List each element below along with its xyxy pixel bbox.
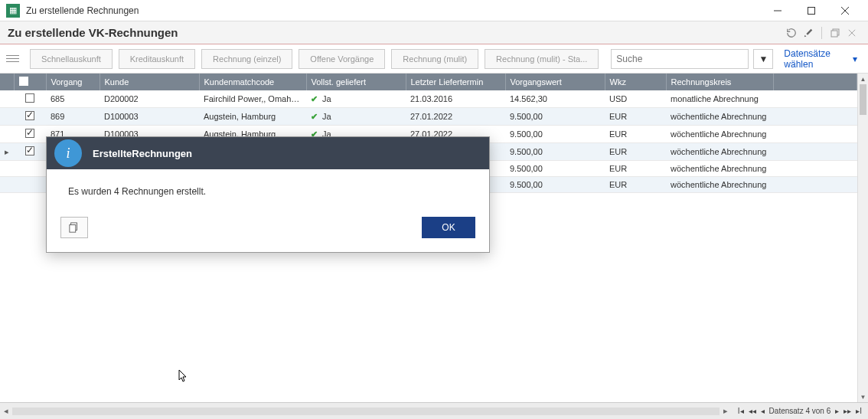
cell-voll: ✔Ja <box>306 90 406 108</box>
offene-vorgaenge-button[interactable]: Offene Vorgänge <box>299 49 385 69</box>
info-dialog: i ErstellteRechnungen Es wurden 4 Rechnu… <box>46 136 490 253</box>
scroll-up-icon[interactable]: ▲ <box>858 74 868 84</box>
cell-wkz: EUR <box>605 177 666 193</box>
svg-rect-1 <box>808 7 815 14</box>
vertical-scrollbar[interactable]: ▲ ▼ <box>857 74 868 402</box>
refresh-icon[interactable] <box>783 25 800 41</box>
cell-wkz: EUR <box>605 126 666 143</box>
page-header: Zu erstellende VK-Rechnungen <box>0 21 868 44</box>
cell-kunde: D100003 <box>100 108 199 126</box>
record-indicator: Datensatz 4 von 6 <box>768 407 833 415</box>
kreditauskunft-button[interactable]: Kreditauskunft <box>119 49 195 69</box>
rechnung-einzel-button[interactable]: Rechnung (einzel) <box>201 49 292 69</box>
page-title: Zu erstellende VK-Rechnungen <box>8 26 783 39</box>
window-title: Zu erstellende Rechnungen <box>26 5 761 16</box>
cell-kreis: wöchentliche Abrechnung <box>666 143 773 161</box>
cell-wert: 14.562,30 <box>505 90 605 108</box>
cell-wert: 9.500,00 <box>505 126 605 143</box>
col-wert[interactable]: Vorgangswert <box>505 74 605 90</box>
scroll-down-icon[interactable]: ▼ <box>858 391 868 402</box>
row-indicator <box>0 90 14 108</box>
nav-prev-icon[interactable]: ◂ <box>759 407 766 415</box>
nav-next-page-icon[interactable]: ▸▸ <box>842 407 853 415</box>
svg-rect-5 <box>831 31 837 37</box>
cell-kunde: D200002 <box>100 90 199 108</box>
row-indicator: ▸ <box>0 143 14 161</box>
col-kunde[interactable]: Kunde <box>100 74 199 90</box>
window-maximize-button[interactable] <box>795 0 828 21</box>
col-kreis[interactable]: Rechnungskreis <box>666 74 773 90</box>
svg-rect-9 <box>70 225 76 233</box>
settings-icon[interactable] <box>800 25 817 41</box>
rechnung-multi-button[interactable]: Rechnung (mulit) <box>391 49 478 69</box>
cell-kreis: wöchentliche Abrechnung <box>666 161 773 177</box>
dialog-title: ErstellteRechnungen <box>93 148 192 159</box>
cell-wert: 9.500,00 <box>505 108 605 126</box>
col-termin[interactable]: Letzter Liefertermin <box>406 74 505 90</box>
copy-button[interactable] <box>60 217 88 238</box>
cell-wert: 9.500,00 <box>505 143 605 161</box>
toolbar: Schnellauskunft Kreditauskunft Rechnung … <box>0 44 868 74</box>
close-tab-icon[interactable] <box>844 25 860 41</box>
row-checkbox[interactable] <box>25 129 34 138</box>
cell-kreis: wöchentliche Abrechnung <box>666 108 773 126</box>
window-minimize-button[interactable] <box>761 0 795 21</box>
cursor-icon <box>175 369 188 388</box>
check-icon: ✔ <box>311 112 318 121</box>
col-voll[interactable]: Vollst. geliefert <box>306 74 406 90</box>
row-indicator <box>0 126 14 143</box>
info-icon: i <box>54 139 82 167</box>
cell-wkz: EUR <box>605 108 666 126</box>
nav-first-icon[interactable]: I◂ <box>736 407 746 415</box>
window-titlebar: ▦ Zu erstellende Rechnungen <box>0 0 868 21</box>
dialog-message: Es wurden 4 Rechnungen erstellt. <box>47 169 489 209</box>
grid-header-row: Vorgang Kunde Kundenmatchcode Vollst. ge… <box>0 74 857 90</box>
row-checkbox[interactable] <box>25 146 34 155</box>
schnellauskunft-button[interactable]: Schnellauskunft <box>30 49 113 69</box>
select-records-link[interactable]: Datensätze wählen ▾ <box>779 48 862 70</box>
row-indicator <box>0 177 14 193</box>
nav-next-icon[interactable]: ▸ <box>834 407 840 415</box>
cell-kreis: monatliche Abrechnung <box>666 90 773 108</box>
hscroll-track[interactable] <box>12 408 720 415</box>
cell-vorgang: 685 <box>46 90 100 108</box>
table-row[interactable]: 869 D100003 Augstein, Hamburg ✔Ja 27.01.… <box>0 108 857 126</box>
cell-wert: 9.500,00 <box>505 177 605 193</box>
cell-kreis: wöchentliche Abrechnung <box>666 126 773 143</box>
search-input[interactable] <box>611 49 749 69</box>
scroll-thumb[interactable] <box>860 84 866 115</box>
app-icon: ▦ <box>6 4 20 18</box>
row-checkbox[interactable] <box>25 111 34 120</box>
cell-termin: 27.01.2022 <box>406 108 505 126</box>
chevron-down-icon: ▾ <box>853 54 857 64</box>
cell-vorgang: 869 <box>46 108 100 126</box>
nav-last-icon[interactable]: ▸I <box>854 407 863 415</box>
cell-termin: 21.03.2016 <box>406 90 505 108</box>
menu-icon[interactable] <box>6 51 19 67</box>
nav-prev-page-icon[interactable]: ◂◂ <box>747 407 758 415</box>
col-match[interactable]: Kundenmatchcode <box>199 74 306 90</box>
restore-window-icon[interactable] <box>827 25 844 41</box>
row-checkbox[interactable] <box>25 93 34 103</box>
rechnung-multi-sta-button[interactable]: Rechnung (mulit) - Sta... <box>485 49 599 69</box>
cell-wert: 9.500,00 <box>505 161 605 177</box>
search-dropdown-icon[interactable]: ▼ <box>753 49 773 69</box>
col-select[interactable] <box>14 74 46 90</box>
col-vorgang[interactable]: Vorgang <box>46 74 100 90</box>
hscroll-left-icon[interactable]: ◂ <box>0 406 12 416</box>
ok-button[interactable]: OK <box>422 217 475 238</box>
check-icon: ✔ <box>311 94 318 103</box>
cell-wkz: EUR <box>605 161 666 177</box>
window-close-button[interactable] <box>828 0 862 21</box>
cell-wkz: EUR <box>605 143 666 161</box>
cell-kreis: wöchentliche Abrechnung <box>666 177 773 193</box>
row-indicator <box>0 108 14 126</box>
row-indicator <box>0 161 14 177</box>
cell-match: Fairchild Power,, Omaha (N... <box>199 90 306 108</box>
dialog-header: i ErstellteRechnungen <box>47 137 489 169</box>
cell-match: Augstein, Hamburg <box>199 108 306 126</box>
cell-voll: ✔Ja <box>306 108 406 126</box>
table-row[interactable]: 685 D200002 Fairchild Power,, Omaha (N..… <box>0 90 857 108</box>
hscroll-right-icon[interactable]: ▸ <box>720 406 732 416</box>
col-wkz[interactable]: Wkz <box>605 74 666 90</box>
